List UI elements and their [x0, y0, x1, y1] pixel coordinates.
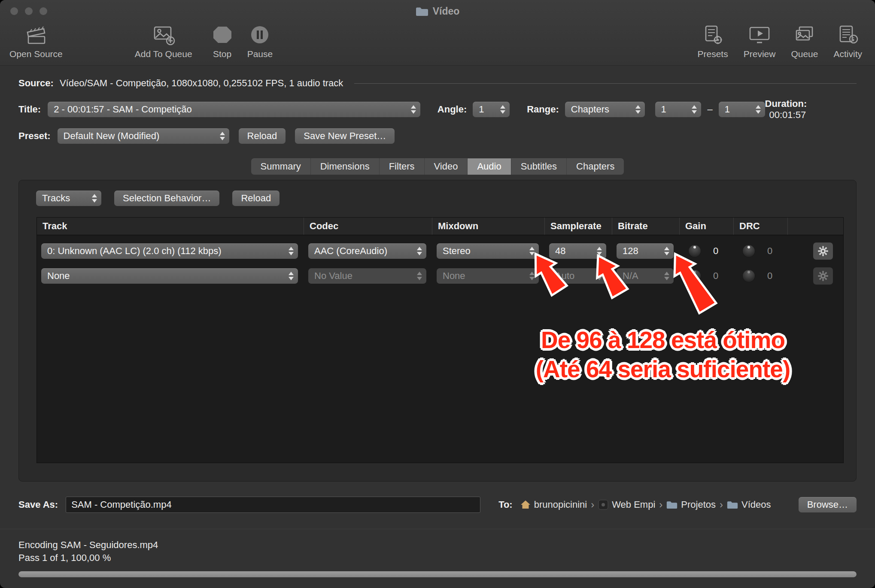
source-label: Source:	[18, 78, 54, 89]
drc-knob[interactable]	[742, 245, 755, 258]
activity-document-icon	[836, 23, 860, 47]
presets-label: Presets	[698, 49, 728, 59]
preview-button[interactable]: Preview	[744, 23, 776, 59]
tab-audio[interactable]: Audio	[468, 158, 511, 175]
path-item-projetos[interactable]: Projetos	[666, 499, 716, 510]
tab-bar: Summary Dimensions Filters Video Audio S…	[251, 158, 624, 175]
bitrate-select-disabled: N/A	[617, 268, 674, 284]
encode-progress-bar	[18, 571, 857, 577]
stop-label: Stop	[213, 49, 231, 59]
column-header-track: Track	[37, 218, 304, 235]
close-window-button[interactable]	[10, 7, 18, 15]
status-line-2: Pass 1 of 1, 100,00 %	[18, 552, 857, 564]
stepper-arrows-icon	[597, 272, 602, 280]
drc-value-disabled: 0	[767, 270, 772, 282]
title-select[interactable]: 2 - 00:01:57 - SAM - Competição	[48, 102, 420, 117]
minimize-window-button[interactable]	[25, 7, 33, 15]
track-select-none[interactable]: None	[41, 268, 298, 284]
path-separator: ›	[659, 499, 662, 511]
zoom-window-button[interactable]	[39, 7, 47, 15]
title-row: Title: 2 - 00:01:57 - SAM - Competição A…	[0, 102, 875, 117]
source-divider-line	[354, 83, 857, 84]
open-source-label: Open Source	[9, 49, 63, 59]
path-item-home[interactable]: brunopicinini	[520, 499, 587, 510]
range-end-select[interactable]: 1	[719, 102, 765, 117]
open-source-button[interactable]: Open Source	[9, 23, 63, 59]
status-line-1: Encoding SAM - Seguidores.mp4	[18, 539, 857, 552]
path-item-webempire[interactable]: Web Empi	[598, 499, 655, 510]
queue-label: Queue	[791, 49, 818, 59]
source-value: Vídeo/SAM - Competição, 1080x1080, 0,255…	[60, 78, 343, 89]
save-new-preset-button[interactable]: Save New Preset…	[295, 128, 395, 144]
path-label: brunopicinini	[534, 499, 587, 510]
samplerate-select[interactable]: 48	[549, 243, 606, 259]
progress-fill	[18, 571, 857, 577]
angle-label: Angle:	[438, 104, 467, 115]
preset-label: Preset:	[18, 130, 51, 142]
duration-value: 00:01:57	[769, 109, 806, 120]
range-label: Range:	[527, 104, 559, 115]
folder-icon	[727, 500, 738, 509]
gear-icon	[817, 270, 829, 282]
title-label: Title:	[18, 104, 41, 115]
column-header-bitrate: Bitrate	[612, 218, 680, 235]
tab-video[interactable]: Video	[425, 158, 468, 175]
pause-button[interactable]: Pause	[247, 23, 273, 59]
tab-summary[interactable]: Summary	[251, 158, 311, 175]
browse-button[interactable]: Browse…	[799, 497, 857, 512]
reload-preset-button[interactable]: Reload	[239, 128, 286, 144]
tracks-dropdown[interactable]: Tracks	[36, 191, 101, 206]
preview-monitor-icon	[747, 23, 772, 47]
tab-bar-wrap: Summary Dimensions Filters Video Audio S…	[0, 158, 875, 175]
gain-knob-disabled	[688, 270, 701, 282]
stepper-arrows-icon	[289, 272, 294, 280]
queue-button[interactable]: Queue	[791, 23, 818, 59]
duration-label: Duration:	[765, 98, 807, 109]
tab-dimensions[interactable]: Dimensions	[311, 158, 380, 175]
tab-filters[interactable]: Filters	[380, 158, 425, 175]
annotation-line-2: (Até 64 seria suficiente)	[526, 355, 800, 384]
bitrate-select[interactable]: 128	[617, 243, 674, 259]
to-label: To:	[498, 499, 513, 510]
audio-table-header: Track Codec Mixdown Samplerate Bitrate G…	[37, 218, 843, 235]
column-header-codec: Codec	[304, 218, 432, 235]
gain-knob[interactable]	[688, 245, 701, 258]
stepper-arrows-icon	[92, 194, 97, 203]
folder-icon	[666, 500, 678, 509]
stepper-arrows-icon	[417, 247, 422, 255]
add-to-queue-button[interactable]: Add To Queue	[135, 23, 192, 59]
mixdown-select[interactable]: Stereo	[437, 243, 539, 259]
angle-select[interactable]: 1	[473, 102, 510, 117]
stepper-arrows-icon	[756, 105, 761, 114]
stop-button[interactable]: Stop	[211, 23, 234, 59]
codec-select-disabled: No Value	[308, 268, 426, 284]
save-filename-input[interactable]	[66, 497, 480, 513]
preset-select[interactable]: Default New (Modified)	[58, 128, 229, 144]
app-icon	[598, 500, 608, 510]
tab-chapters[interactable]: Chapters	[567, 158, 624, 175]
range-start-select[interactable]: 1	[655, 102, 702, 117]
track-settings-button[interactable]	[813, 242, 833, 260]
stepper-arrows-icon	[597, 247, 602, 255]
path-item-videos[interactable]: Vídeos	[727, 499, 771, 510]
status-divider	[0, 529, 875, 529]
tab-subtitles[interactable]: Subtitles	[511, 158, 567, 175]
destination-path: brunopicinini › Web Empi › Projetos › Ví…	[520, 499, 771, 511]
presets-button[interactable]: Presets	[698, 23, 728, 59]
preset-row: Preset: Default New (Modified) Reload Sa…	[0, 128, 875, 144]
audio-track-row-2: None No Value None	[37, 264, 843, 288]
column-header-mixdown: Mixdown	[432, 218, 545, 235]
column-header-settings	[788, 218, 843, 235]
stepper-arrows-icon	[664, 247, 669, 255]
stepper-arrows-icon	[220, 132, 225, 140]
range-type-select[interactable]: Chapters	[565, 102, 645, 117]
track-select[interactable]: 0: Unknown (AAC LC) (2.0 ch) (112 kbps)	[41, 243, 298, 259]
status-area: Encoding SAM - Seguidores.mp4 Pass 1 of …	[0, 539, 875, 564]
add-to-queue-label: Add To Queue	[135, 49, 192, 59]
audio-reload-button[interactable]: Reload	[232, 191, 280, 206]
toolbar-right-group: Presets Preview Queue	[698, 23, 862, 59]
selection-behavior-button[interactable]: Selection Behavior…	[114, 191, 219, 206]
codec-select[interactable]: AAC (CoreAudio)	[308, 243, 426, 259]
folder-icon	[416, 6, 428, 16]
activity-button[interactable]: Activity	[833, 23, 862, 59]
